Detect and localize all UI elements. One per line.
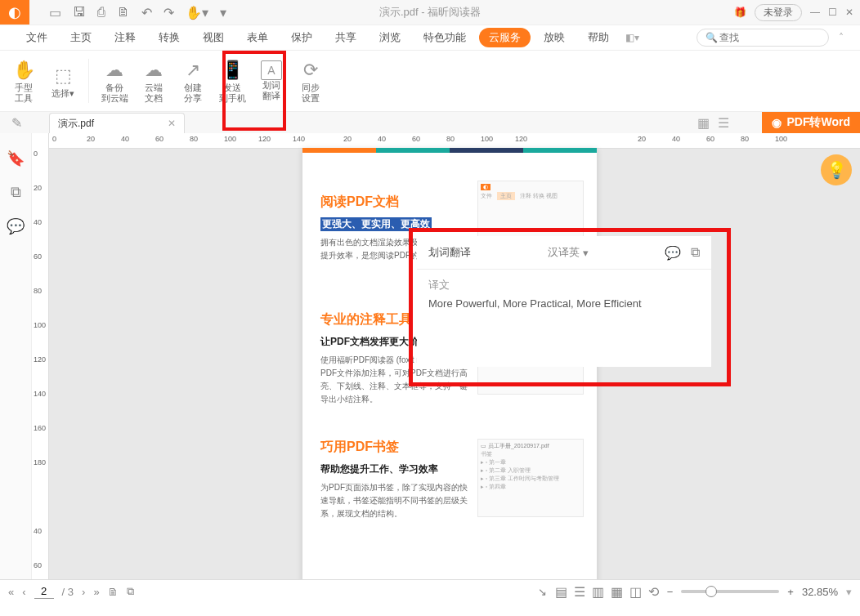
redo-icon[interactable]: ↷ [163, 5, 174, 20]
menu-feature[interactable]: 特色功能 [414, 28, 476, 47]
maximize-icon[interactable]: ☐ [828, 7, 837, 18]
work-area: 🔖 ⧉ 💬 0 20 40 60 80 100 120 140 160 180 … [0, 133, 860, 579]
copy-icon[interactable]: ⧉ [691, 245, 700, 261]
zoom-out-icon[interactable]: − [667, 586, 674, 598]
menu-protect[interactable]: 保护 [281, 28, 322, 47]
menu-present[interactable]: 放映 [534, 28, 575, 47]
search-input[interactable] [718, 31, 803, 44]
menu-cloud[interactable]: 云服务 [479, 28, 531, 47]
pages-icon[interactable]: ⧉ [11, 184, 21, 201]
quick-access-toolbar: ▭ 🖫 ⎙ 🗎 ↶ ↷ ✋▾ ▾ [49, 5, 226, 20]
tool-sync-settings[interactable]: ⟳同步设置 [292, 53, 329, 109]
document-tab-strip: ✎ 演示.pdf ✕ ▦ ☰ ◉ PDF转Word [0, 112, 860, 133]
zoom-in-icon[interactable]: + [787, 586, 794, 598]
translate-popup: 划词翻译 汉译英 ▾ 💬 ⧉ 译文 More Powerful, More Pr… [417, 236, 711, 367]
view-toggle: ▦ ☰ [697, 115, 729, 131]
last-page-icon[interactable]: » [93, 586, 99, 598]
convert-icon: ◉ [772, 116, 782, 129]
save-icon[interactable]: 🖫 [73, 5, 86, 20]
tool-backup-cloud[interactable]: ☁备份到云端 [96, 53, 133, 109]
tool-create-share[interactable]: ↗创建分享 [174, 53, 212, 109]
dropdown-icon[interactable]: ▾ [220, 5, 226, 20]
rotate-icon[interactable]: ⟲ [648, 584, 659, 600]
translate-popup-title: 划词翻译 [428, 245, 471, 260]
list-view-icon[interactable]: ☰ [718, 115, 729, 131]
tool-send-phone[interactable]: 📱发送到手机 [213, 53, 251, 109]
menu-convert[interactable]: 转换 [149, 28, 190, 47]
section-bookmark: 巧用PDF书签 帮助您提升工作、学习效率 为PDF页面添加书签，除了实现内容的快… [320, 439, 579, 520]
next-page-icon[interactable]: › [82, 586, 85, 598]
nav-doc-icon[interactable]: 🗎 [108, 586, 119, 598]
menu-file[interactable]: 文件 [16, 28, 57, 47]
layout-facing-cont-icon[interactable]: ▦ [611, 584, 623, 600]
bookmark-icon[interactable]: 🔖 [7, 150, 25, 167]
tool-hand[interactable]: ✋手型工具 [5, 53, 43, 109]
gift-icon[interactable]: 🎁 [734, 7, 746, 18]
hand-icon[interactable]: ✋▾ [186, 5, 208, 20]
menu-form[interactable]: 表单 [237, 28, 278, 47]
first-page-icon[interactable]: « [8, 586, 14, 598]
menu-view[interactable]: 视图 [193, 28, 234, 47]
undo-icon[interactable]: ↶ [141, 5, 152, 20]
menu-share[interactable]: 共享 [325, 28, 366, 47]
app-logo: ◐ [0, 0, 29, 25]
prev-page-icon[interactable]: ‹ [22, 586, 25, 598]
document-tab-label: 演示.pdf [58, 117, 94, 131]
translate-lang-select[interactable]: 汉译英 ▾ [548, 245, 589, 260]
tool-word-translate[interactable]: A划词翻译 [253, 53, 290, 109]
highlighted-text[interactable]: 更强大、更实用、更高效 [320, 217, 432, 231]
title-bar: ◐ ▭ 🖫 ⎙ 🗎 ↶ ↷ ✋▾ ▾ 演示.pdf - 福昕阅读器 🎁 未登录 … [0, 0, 860, 25]
progress-arrow-icon[interactable]: ↘ [538, 586, 547, 598]
pencil-icon[interactable]: ✎ [0, 112, 33, 133]
ribbon: ✋手型工具 ⬚选择▾ ☁备份到云端 ☁云端文档 ↗创建分享 📱发送到手机 A划词… [0, 51, 860, 112]
menu-home[interactable]: 主页 [60, 28, 101, 47]
pdf-to-word-button[interactable]: ◉ PDF转Word [762, 112, 860, 133]
document-tab[interactable]: 演示.pdf ✕ [49, 113, 185, 133]
tool-cloud-doc[interactable]: ☁云端文档 [135, 53, 172, 109]
layout-facing-icon[interactable]: ▥ [592, 584, 604, 600]
layout-single-icon[interactable]: ▤ [555, 584, 567, 600]
menu-browse[interactable]: 浏览 [370, 28, 410, 47]
nav-thumbs-icon[interactable]: ⧉ [127, 585, 134, 598]
ruler-horizontal: 0 20 40 60 80 100 120 140 20 40 60 80 10… [49, 133, 860, 149]
layout-continuous-icon[interactable]: ☰ [574, 584, 585, 600]
tool-select[interactable]: ⬚选择▾ [44, 53, 82, 109]
page-navigation: « ‹ / 3 › » 🗎 ⧉ [8, 584, 134, 599]
search-box[interactable]: 🔍 [697, 29, 829, 47]
page-number-input[interactable] [34, 584, 54, 599]
side-panel: 🔖 ⧉ 💬 [0, 133, 32, 579]
ruler-vertical: 0 20 40 60 80 100 120 140 160 180 60 40 [32, 133, 49, 579]
print-icon[interactable]: ⎙ [97, 5, 105, 20]
minimize-icon[interactable]: — [810, 7, 820, 18]
page-icon[interactable]: 🗎 [117, 5, 130, 20]
zoom-dropdown-icon[interactable]: ▾ [846, 586, 852, 598]
translate-result-text: More Powerful, More Practical, More Effi… [428, 297, 700, 310]
chat-icon[interactable]: 💬 [7, 217, 25, 235]
tab-close-icon[interactable]: ✕ [168, 118, 176, 129]
overflow-icon[interactable]: ◧▾ [625, 32, 639, 43]
idea-bulb-icon[interactable]: 💡 [821, 154, 852, 185]
open-icon[interactable]: ▭ [49, 5, 61, 20]
chevron-down-icon: ▾ [583, 247, 589, 259]
layout-book-icon[interactable]: ◫ [629, 584, 642, 600]
menu-chevron-icon[interactable]: ˄ [839, 32, 844, 43]
search-icon: 🔍 [705, 32, 718, 43]
page-total: / 3 [62, 586, 74, 598]
zoom-slider[interactable] [681, 590, 779, 593]
translate-result-label: 译文 [428, 278, 700, 292]
menu-help[interactable]: 帮助 [578, 28, 619, 47]
zoom-value: 32.85% [802, 586, 838, 598]
feedback-icon[interactable]: 💬 [665, 245, 681, 261]
menu-bar: 文件 主页 注释 转换 视图 表单 保护 共享 浏览 特色功能 云服务 放映 帮… [0, 25, 860, 51]
login-status[interactable]: 未登录 [755, 4, 802, 21]
status-bar: « ‹ / 3 › » 🗎 ⧉ ↘ ▤ ☰ ▥ ▦ ◫ ⟲ − + 32.85%… [0, 579, 860, 603]
document-canvas[interactable]: 0 20 40 60 80 100 120 140 20 40 60 80 10… [49, 133, 860, 579]
grid-view-icon[interactable]: ▦ [697, 115, 710, 131]
close-icon[interactable]: ✕ [845, 7, 853, 18]
menu-comment[interactable]: 注释 [105, 28, 146, 47]
